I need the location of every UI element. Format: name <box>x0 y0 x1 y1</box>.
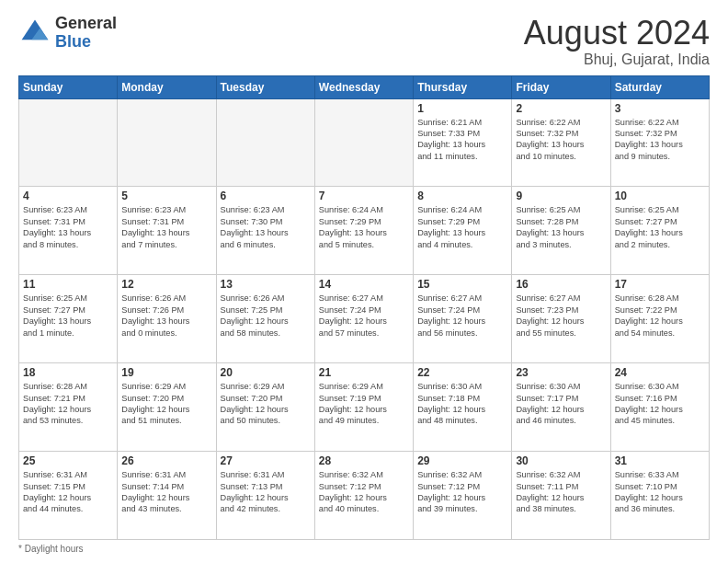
day-number: 22 <box>417 366 507 379</box>
day-info: Sunrise: 6:27 AM Sunset: 7:23 PM Dayligh… <box>516 293 606 339</box>
calendar-cell-w4-d3: 28Sunrise: 6:32 AM Sunset: 7:12 PM Dayli… <box>314 452 413 540</box>
calendar-cell-w4-d5: 30Sunrise: 6:32 AM Sunset: 7:11 PM Dayli… <box>512 452 610 540</box>
day-number: 7 <box>319 190 409 202</box>
calendar-cell-w0-d6: 3Sunrise: 6:22 AM Sunset: 7:32 PM Daylig… <box>610 98 709 187</box>
calendar-week-3: 18Sunrise: 6:28 AM Sunset: 7:21 PM Dayli… <box>19 363 710 452</box>
calendar-cell-w4-d0: 25Sunrise: 6:31 AM Sunset: 7:15 PM Dayli… <box>19 452 118 540</box>
calendar-cell-w3-d3: 21Sunrise: 6:29 AM Sunset: 7:19 PM Dayli… <box>314 363 413 452</box>
calendar-cell-w2-d1: 12Sunrise: 6:26 AM Sunset: 7:26 PM Dayli… <box>118 275 216 363</box>
calendar-cell-w2-d0: 11Sunrise: 6:25 AM Sunset: 7:27 PM Dayli… <box>19 275 118 363</box>
day-info: Sunrise: 6:31 AM Sunset: 7:13 PM Dayligh… <box>221 469 311 515</box>
calendar-cell-w2-d3: 14Sunrise: 6:27 AM Sunset: 7:24 PM Dayli… <box>314 275 413 363</box>
calendar-week-2: 11Sunrise: 6:25 AM Sunset: 7:27 PM Dayli… <box>19 275 710 363</box>
day-info: Sunrise: 6:28 AM Sunset: 7:21 PM Dayligh… <box>23 381 113 427</box>
day-info: Sunrise: 6:27 AM Sunset: 7:24 PM Dayligh… <box>319 293 409 339</box>
calendar-cell-w2-d6: 17Sunrise: 6:28 AM Sunset: 7:22 PM Dayli… <box>610 275 709 363</box>
day-info: Sunrise: 6:30 AM Sunset: 7:18 PM Dayligh… <box>417 381 507 427</box>
calendar-cell-w1-d0: 4Sunrise: 6:23 AM Sunset: 7:31 PM Daylig… <box>19 187 118 275</box>
day-number: 6 <box>221 190 311 202</box>
day-info: Sunrise: 6:27 AM Sunset: 7:24 PM Dayligh… <box>417 293 507 339</box>
calendar-cell-w1-d5: 9Sunrise: 6:25 AM Sunset: 7:28 PM Daylig… <box>512 187 610 275</box>
day-number: 14 <box>319 278 409 291</box>
calendar-header-sunday: Sunday <box>19 75 118 98</box>
day-info: Sunrise: 6:24 AM Sunset: 7:29 PM Dayligh… <box>319 204 409 250</box>
logo-general: General <box>55 15 117 33</box>
day-number: 13 <box>221 278 311 291</box>
calendar-header-row: SundayMondayTuesdayWednesdayThursdayFrid… <box>19 75 710 98</box>
calendar-cell-w3-d6: 24Sunrise: 6:30 AM Sunset: 7:16 PM Dayli… <box>610 363 709 452</box>
day-number: 12 <box>121 278 211 291</box>
day-number: 11 <box>23 278 113 291</box>
calendar-cell-w1-d4: 8Sunrise: 6:24 AM Sunset: 7:29 PM Daylig… <box>414 187 512 275</box>
day-number: 16 <box>516 278 606 291</box>
header: General Blue August 2024 Bhuj, Gujarat, … <box>18 15 710 68</box>
day-number: 5 <box>121 190 211 202</box>
day-number: 23 <box>516 366 606 379</box>
calendar-cell-w4-d2: 27Sunrise: 6:31 AM Sunset: 7:13 PM Dayli… <box>216 452 314 540</box>
calendar-cell-w4-d4: 29Sunrise: 6:32 AM Sunset: 7:12 PM Dayli… <box>414 452 512 540</box>
day-info: Sunrise: 6:24 AM Sunset: 7:29 PM Dayligh… <box>417 204 507 250</box>
calendar-header-friday: Friday <box>512 75 610 98</box>
day-info: Sunrise: 6:23 AM Sunset: 7:31 PM Dayligh… <box>23 204 113 250</box>
day-info: Sunrise: 6:22 AM Sunset: 7:32 PM Dayligh… <box>615 117 705 163</box>
day-info: Sunrise: 6:32 AM Sunset: 7:12 PM Dayligh… <box>319 469 409 515</box>
calendar-header-saturday: Saturday <box>610 75 709 98</box>
day-number: 20 <box>221 366 311 379</box>
day-number: 19 <box>121 366 211 379</box>
day-info: Sunrise: 6:31 AM Sunset: 7:15 PM Dayligh… <box>23 469 113 515</box>
day-info: Sunrise: 6:32 AM Sunset: 7:12 PM Dayligh… <box>417 469 507 515</box>
calendar-cell-w1-d3: 7Sunrise: 6:24 AM Sunset: 7:29 PM Daylig… <box>314 187 413 275</box>
day-info: Sunrise: 6:33 AM Sunset: 7:10 PM Dayligh… <box>615 469 705 515</box>
calendar-cell-w4-d1: 26Sunrise: 6:31 AM Sunset: 7:14 PM Dayli… <box>118 452 216 540</box>
day-info: Sunrise: 6:29 AM Sunset: 7:20 PM Dayligh… <box>221 381 311 427</box>
day-number: 3 <box>615 102 705 115</box>
calendar-cell-w3-d1: 19Sunrise: 6:29 AM Sunset: 7:20 PM Dayli… <box>118 363 216 452</box>
day-info: Sunrise: 6:23 AM Sunset: 7:31 PM Dayligh… <box>121 204 211 250</box>
day-info: Sunrise: 6:31 AM Sunset: 7:14 PM Dayligh… <box>121 469 211 515</box>
calendar-cell-w3-d5: 23Sunrise: 6:30 AM Sunset: 7:17 PM Dayli… <box>512 363 610 452</box>
day-info: Sunrise: 6:26 AM Sunset: 7:26 PM Dayligh… <box>121 293 211 339</box>
day-number: 28 <box>319 454 409 467</box>
calendar-cell-w1-d2: 6Sunrise: 6:23 AM Sunset: 7:30 PM Daylig… <box>216 187 314 275</box>
calendar-header-thursday: Thursday <box>414 75 512 98</box>
day-number: 15 <box>417 278 507 291</box>
logo-blue: Blue <box>55 33 117 52</box>
calendar-cell-w0-d1 <box>118 98 216 187</box>
day-number: 8 <box>417 190 507 202</box>
day-number: 30 <box>516 454 606 467</box>
footer-note: * Daylight hours <box>18 544 710 554</box>
day-info: Sunrise: 6:25 AM Sunset: 7:27 PM Dayligh… <box>615 204 705 250</box>
calendar-cell-w3-d2: 20Sunrise: 6:29 AM Sunset: 7:20 PM Dayli… <box>216 363 314 452</box>
calendar-cell-w1-d6: 10Sunrise: 6:25 AM Sunset: 7:27 PM Dayli… <box>610 187 709 275</box>
day-info: Sunrise: 6:21 AM Sunset: 7:33 PM Dayligh… <box>417 117 507 163</box>
page: General Blue August 2024 Bhuj, Gujarat, … <box>0 0 728 563</box>
day-info: Sunrise: 6:22 AM Sunset: 7:32 PM Dayligh… <box>516 117 606 163</box>
day-number: 10 <box>615 190 705 202</box>
day-number: 26 <box>121 454 211 467</box>
day-info: Sunrise: 6:25 AM Sunset: 7:27 PM Dayligh… <box>23 293 113 339</box>
day-number: 4 <box>23 190 113 202</box>
calendar-table: SundayMondayTuesdayWednesdayThursdayFrid… <box>18 75 710 540</box>
calendar-header-tuesday: Tuesday <box>216 75 314 98</box>
calendar-cell-w3-d0: 18Sunrise: 6:28 AM Sunset: 7:21 PM Dayli… <box>19 363 118 452</box>
day-info: Sunrise: 6:29 AM Sunset: 7:20 PM Dayligh… <box>121 381 211 427</box>
day-number: 24 <box>615 366 705 379</box>
logo-icon <box>18 17 51 50</box>
month-title: August 2024 <box>524 15 710 52</box>
calendar-cell-w3-d4: 22Sunrise: 6:30 AM Sunset: 7:18 PM Dayli… <box>414 363 512 452</box>
calendar-week-0: 1Sunrise: 6:21 AM Sunset: 7:33 PM Daylig… <box>19 98 710 187</box>
calendar-week-4: 25Sunrise: 6:31 AM Sunset: 7:15 PM Dayli… <box>19 452 710 540</box>
day-number: 17 <box>615 278 705 291</box>
day-number: 18 <box>23 366 113 379</box>
title-area: August 2024 Bhuj, Gujarat, India <box>524 15 710 68</box>
day-info: Sunrise: 6:26 AM Sunset: 7:25 PM Dayligh… <box>221 293 311 339</box>
calendar-cell-w0-d2 <box>216 98 314 187</box>
day-number: 9 <box>516 190 606 202</box>
calendar-header-wednesday: Wednesday <box>314 75 413 98</box>
day-number: 31 <box>615 454 705 467</box>
calendar-cell-w0-d3 <box>314 98 413 187</box>
day-info: Sunrise: 6:32 AM Sunset: 7:11 PM Dayligh… <box>516 469 606 515</box>
logo: General Blue <box>18 15 117 52</box>
day-info: Sunrise: 6:25 AM Sunset: 7:28 PM Dayligh… <box>516 204 606 250</box>
day-number: 1 <box>417 102 507 115</box>
